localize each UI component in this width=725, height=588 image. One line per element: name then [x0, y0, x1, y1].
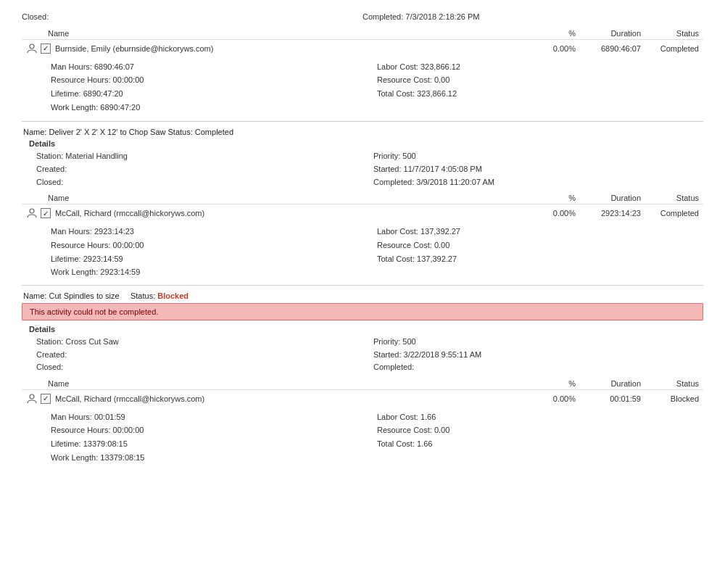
table-header-deliver: Name % Duration Status [22, 191, 703, 204]
details-block-deliver: Details Station: Material Handling Creat… [22, 139, 703, 189]
resource-row-cut: ✓ McCall, Richard (rmccall@hickoryws.com… [22, 392, 703, 406]
resource-hours-d: Resource Hours: 00:00:00 [51, 239, 377, 252]
completed-field: Completed: 7/3/2018 2:18:26 PM [362, 10, 703, 24]
closed-cut: Closed: [29, 361, 366, 374]
started-cut: Started: 3/22/2018 9:55:11 AM [366, 349, 703, 362]
resource-row-deliver: ✓ McCall, Richard (rmccall@hickoryws.com… [22, 206, 703, 220]
svg-point-2 [30, 394, 34, 399]
section-cut-spindles: Name: Cut Spindles to size Status: Block… [22, 285, 703, 471]
col-name-label: Name [48, 29, 532, 38]
resource-pct-d: 0.00% [532, 209, 576, 218]
station-deliver: Station: Material Handling [29, 150, 366, 163]
col-name-label-c: Name [48, 379, 532, 388]
man-hours-d: Man Hours: 2923:14:23 [51, 225, 377, 239]
total-cost-top: Total Cost: 323,866.12 [377, 87, 703, 101]
person-icon [26, 43, 38, 54]
svg-point-0 [30, 44, 34, 49]
person-icon-d [26, 207, 38, 219]
resource-pct-c: 0.00% [532, 394, 576, 403]
deliver-header-text: Name: Deliver 2' X 2' X 12' to Chop Saw … [23, 128, 233, 136]
labor-cost-top: Labor Cost: 323,866.12 [377, 60, 703, 74]
resource-status-c: Blocked [641, 394, 699, 403]
man-hours-c: Man Hours: 00:01:59 [51, 410, 377, 424]
resource-checkbox-d[interactable]: ✓ [41, 208, 51, 218]
resource-name-d: McCall, Richard (rmccall@hickoryws.com) [55, 209, 532, 218]
col-duration-label-d: Duration [576, 194, 641, 202]
details-label-cut: Details [29, 325, 703, 334]
col-status-label-c: Status [641, 379, 699, 388]
completed-deliver: Completed: 3/9/2018 11:20:07 AM [366, 176, 703, 189]
work-length-d: Work Length: 2923:14:59 [51, 265, 377, 279]
resource-status-d: Completed [641, 209, 699, 218]
completed-label: Completed: [362, 12, 403, 21]
work-length-c: Work Length: 13379:08:15 [51, 451, 377, 465]
lifetime-d: Lifetime: 2923:14:59 [51, 252, 377, 266]
col-pct-label: % [532, 29, 576, 38]
completed-value: 7/3/2018 2:18:26 PM [405, 12, 479, 21]
person-icon-c [26, 393, 38, 405]
table-header-top: Name % Duration Status [22, 27, 703, 40]
lifetime-c: Lifetime: 13379:08:15 [51, 437, 377, 451]
col-status-label: Status [641, 29, 699, 38]
total-cost-d: Total Cost: 137,392.27 [377, 252, 703, 266]
resource-name-1: Burnside, Emily (eburnside@hickoryws.com… [55, 44, 532, 53]
stats-block-deliver: Man Hours: 2923:14:23 Resource Hours: 00… [22, 225, 703, 279]
col-pct-label-c: % [532, 379, 576, 388]
resource-hours-top: Resource Hours: 00:00:00 [51, 73, 377, 87]
resource-pct-1: 0.00% [532, 44, 576, 53]
total-cost-c: Total Cost: 1.66 [377, 437, 703, 451]
resource-cost-top: Resource Cost: 0.00 [377, 73, 703, 87]
resource-checkbox[interactable]: ✓ [41, 44, 51, 54]
svg-point-1 [30, 209, 34, 213]
error-banner: This activity could not be completed. [22, 303, 703, 320]
resource-duration-1: 6890:46:07 [576, 44, 641, 53]
closed-deliver: Closed: [29, 176, 366, 189]
station-cut: Station: Cross Cut Saw [29, 336, 366, 349]
labor-cost-c: Labor Cost: 1.66 [377, 410, 703, 424]
resource-status-1: Completed [641, 44, 699, 53]
section-header-deliver: Name: Deliver 2' X 2' X 12' to Chop Saw … [22, 128, 703, 136]
work-length-top: Work Length: 6890:47:20 [51, 101, 377, 115]
closed-field: Closed: [22, 10, 362, 24]
labor-cost-d: Labor Cost: 137,392.27 [377, 225, 703, 239]
resource-row: ✓ Burnside, Emily (eburnside@hickoryws.c… [22, 41, 703, 56]
closed-label: Closed: [22, 12, 49, 21]
priority-cut: Priority: 500 [366, 336, 703, 349]
resource-name-c: McCall, Richard (rmccall@hickoryws.com) [55, 394, 532, 403]
col-duration-label: Duration [576, 29, 641, 38]
error-message: This activity could not be completed. [30, 307, 158, 316]
section-deliver: Name: Deliver 2' X 2' X 12' to Chop Saw … [22, 121, 703, 285]
top-section: Closed: Completed: 7/3/2018 2:18:26 PM N… [22, 7, 703, 121]
page: Closed: Completed: 7/3/2018 2:18:26 PM N… [0, 0, 725, 478]
cut-header-status-value: Blocked [157, 291, 188, 300]
resource-hours-c: Resource Hours: 00:00:00 [51, 423, 377, 437]
section-header-cut: Name: Cut Spindles to size Status: Block… [22, 291, 703, 300]
details-label-deliver: Details [29, 139, 703, 148]
col-name-label-d: Name [48, 194, 532, 202]
resource-checkbox-c[interactable]: ✓ [41, 394, 51, 404]
cut-header-status-label: Status: [130, 291, 155, 300]
col-status-label-d: Status [641, 194, 699, 202]
man-hours-top: Man Hours: 6890:46:07 [51, 60, 377, 74]
resource-duration-c: 00:01:59 [576, 394, 641, 403]
table-header-cut: Name % Duration Status [22, 377, 703, 390]
stats-block-cut: Man Hours: 00:01:59 Resource Hours: 00:0… [22, 410, 703, 465]
details-block-cut: Details Station: Cross Cut Saw Created: … [22, 325, 703, 374]
col-pct-label-d: % [532, 194, 576, 202]
resource-duration-d: 2923:14:23 [576, 209, 641, 218]
started-deliver: Started: 11/7/2017 4:05:08 PM [366, 163, 703, 176]
created-cut: Created: [29, 349, 366, 362]
stats-block-top: Man Hours: 6890:46:07 Resource Hours: 00… [22, 60, 703, 115]
resource-cost-c: Resource Cost: 0.00 [377, 423, 703, 437]
priority-deliver: Priority: 500 [366, 150, 703, 163]
completed-cut: Completed: [366, 361, 703, 374]
created-deliver: Created: [29, 163, 366, 176]
cut-header-name: Name: Cut Spindles to size [23, 291, 120, 300]
resource-cost-d: Resource Cost: 0.00 [377, 239, 703, 252]
col-duration-label-c: Duration [576, 379, 641, 388]
lifetime-top: Lifetime: 6890:47:20 [51, 87, 377, 101]
